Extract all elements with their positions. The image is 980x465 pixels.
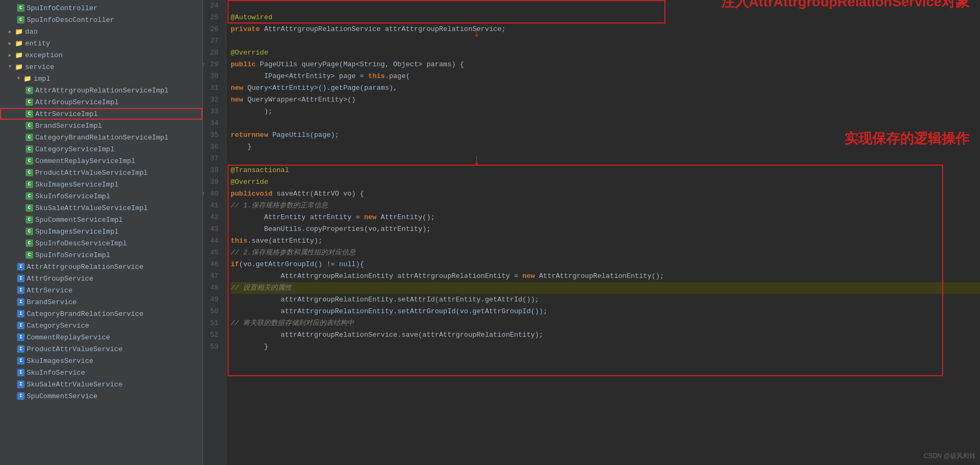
sidebar-item-brandService2[interactable]: IBrandService [0,296,202,308]
code-line-52: attrAttrgroupRelationService.save(attrAt… [231,329,980,341]
item-label: exception [25,51,62,59]
class-icon: C [26,181,33,188]
line-number-25: 25 [203,12,222,24]
sidebar-item-exception[interactable]: ▶📁exception [0,49,202,61]
sidebar-item-skuInfoServiceImpl[interactable]: CSkuInfoServiceImpl [0,190,202,202]
expand-arrow[interactable]: ▶ [9,52,14,58]
interface-icon: I [17,357,25,365]
code-line-29: public PageUtils queryPage(Map<String, O… [231,59,980,71]
interface-icon: I [17,334,25,341]
line-number-50: 50 [203,306,222,317]
line-number-32: 32 [203,94,222,106]
csdn-watermark: CSDN @硕风和炜 [923,452,976,461]
class-icon: C [26,216,33,223]
sidebar-item-attrAttrgroupRelationService2[interactable]: IAttrAttrgroupRelationService [0,261,202,273]
sidebar-item-attrGroupServiceImpl[interactable]: CAttrGroupServiceImpl [0,96,202,108]
inject-annotation-text: 注入AttrAttrgroupRelationService对象 [721,0,969,7]
sidebar-item-spuImagesServiceImpl[interactable]: CSpuImagesServiceImpl [0,226,202,237]
sidebar-item-spuCommentServiceImpl[interactable]: CSpuCommentServiceImpl [0,214,202,226]
sidebar-item-categoryBrandRelationServiceImpl[interactable]: CCategoryBrandRelationServiceImpl [0,131,202,143]
interface-icon: I [17,322,25,329]
sidebar-item-productAttrValueService2[interactable]: IProductAttrValueService [0,343,202,355]
line-number-33: 33 [203,106,222,118]
sidebar-item-categoryService2[interactable]: ICategoryService [0,320,202,331]
class-icon: C [17,16,25,24]
sidebar-item-impl[interactable]: ▼📁impl [0,73,202,84]
item-label: CategoryBrandRelationServiceImpl [35,134,169,142]
line-number-36: 36 [203,141,222,153]
code-scroll[interactable]: 2425262728↑2930313233343536373839↑404142… [203,0,980,465]
expand-arrow[interactable]: ▶ [9,41,14,46]
interface-icon: I [17,298,25,306]
sidebar-item-spuCommentService2[interactable]: ISpuCommentService [0,390,202,402]
item-label: SpuInfoController [27,4,98,12]
sidebar-item-skuSaleAttrValueService2[interactable]: ISkuSaleAttrValueService [0,378,202,390]
class-icon: C [26,204,33,212]
interface-icon: I [17,286,25,294]
line-number-49: 49 [203,294,222,306]
sidebar-item-skuSaleAttrValueServiceImpl[interactable]: CSkuSaleAttrValueServiceImpl [0,202,202,214]
sidebar-item-attrAttrgroupRelationServiceImpl[interactable]: CAttrAttrgroupRelationServiceImpl [0,84,202,96]
sidebar-item-brandServiceImpl[interactable]: CBrandServiceImpl [0,120,202,131]
expand-arrow[interactable]: ▼ [17,76,22,81]
sidebar-item-spuInfoDescController[interactable]: CSpuInfoDescController [0,14,202,26]
sidebar-item-dao[interactable]: ▶📁dao [0,26,202,37]
class-icon: C [26,251,33,259]
code-editor: 2425262728↑2930313233343536373839↑404142… [203,0,980,465]
item-label: SkuInfoServiceImpl [35,192,110,200]
class-icon: C [26,157,33,165]
interface-icon: I [17,275,25,282]
item-label: SpuInfoDescController [27,16,114,24]
code-line-37 [231,153,980,165]
code-line-27 [231,35,980,47]
file-tree[interactable]: CSpuInfoControllerCSpuInfoDescController… [0,0,203,465]
line-number-35: 35 [203,129,222,141]
sidebar-item-skuInfoService2[interactable]: ISkuInfoService [0,367,202,378]
expand-arrow[interactable]: ▶ [9,29,14,35]
item-label: SpuImagesServiceImpl [35,228,119,236]
line-number-28: 28 [203,47,222,59]
sidebar-item-commentReplayServiceImpl[interactable]: CCommentReplayServiceImpl [0,155,202,167]
sidebar-item-attrServiceImpl[interactable]: CAttrServiceImpl [0,108,202,120]
line-number-47: 47 [203,270,222,282]
item-label: AttrGroupServiceImpl [35,98,119,106]
sidebar-item-productAttrValueServiceImpl[interactable]: CProductAttrValueServiceImpl [0,167,202,179]
line-number-39: 39 [203,176,222,188]
sidebar-item-skuImagesService2[interactable]: ISkuImagesService [0,355,202,367]
line-number-37: 37 [203,153,222,165]
item-label: CategoryService [27,322,89,330]
class-icon: C [26,228,33,235]
line-number-31: 31 [203,82,222,94]
sidebar-item-attrService2[interactable]: IAttrService [0,284,202,296]
sidebar-item-spuInfoController[interactable]: CSpuInfoController [0,2,202,14]
interface-icon: I [17,263,25,270]
sidebar-item-service[interactable]: ▼📁service [0,61,202,73]
item-label: SkuImagesServiceImpl [35,181,119,189]
code-line-48: // 设置相关的属性 [231,282,980,294]
sidebar-item-entity[interactable]: ▶📁entity [0,37,202,49]
item-label: SpuInfoServiceImpl [35,251,110,259]
code-line-28: @Override [231,47,980,59]
save-logic-annotation-text: 实现保存的逻辑操作 [844,133,969,144]
line-number-34: 34 [203,118,222,129]
sidebar-item-attrGroupService2[interactable]: IAttrGroupService [0,273,202,284]
sidebar-item-categoryBrandRelationService2[interactable]: ICategoryBrandRelationService [0,308,202,320]
sidebar-item-commentReplayService2[interactable]: ICommentReplayService [0,331,202,343]
sidebar-item-spuInfoDescServiceImpl[interactable]: CSpuInfoDescServiceImpl [0,237,202,249]
code-line-47: AttrAttrgroupRelationEntity attrAttrgrou… [231,270,980,282]
class-icon: C [26,87,33,94]
code-line-31: new Query<AttrEntity>().getPage(params), [231,82,980,94]
sidebar-item-categoryServiceImpl[interactable]: CCategoryServiceImpl [0,143,202,155]
line-number-43: 43 [203,223,222,235]
line-number-53: 53 [203,341,222,353]
line-number-46: 46 [203,259,222,270]
class-icon: C [26,110,33,118]
code-line-45: // 2.保存规格参数和属性组的对应信息 [231,247,980,259]
code-line-43: BeanUtils.copyProperties(vo,attrEntity); [231,223,980,235]
sidebar-item-skuImagesServiceImpl[interactable]: CSkuImagesServiceImpl [0,179,202,190]
class-icon: C [26,192,33,200]
code-line-40: public void saveAttr(AttrVO vo) { [231,188,980,200]
code-line-53: } [231,341,980,353]
sidebar-item-spuInfoServiceImpl[interactable]: CSpuInfoServiceImpl [0,249,202,261]
expand-arrow[interactable]: ▼ [9,64,14,69]
